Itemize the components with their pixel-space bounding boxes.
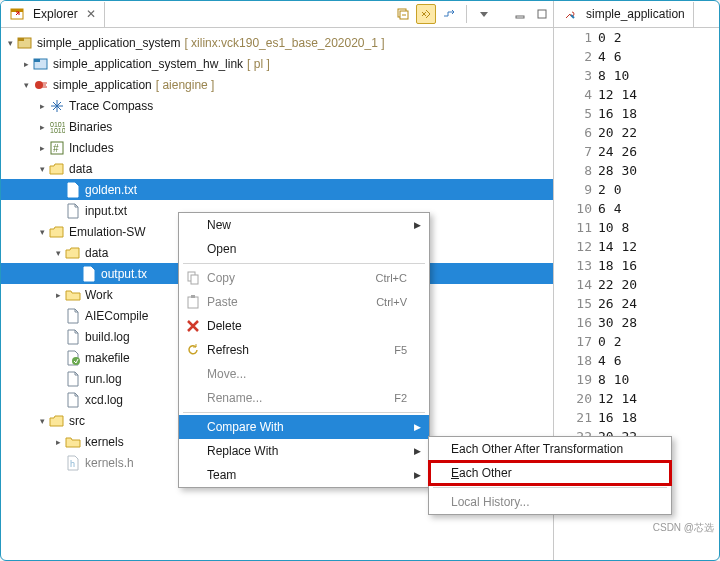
tree-item-label: simple_application_system: [37, 36, 184, 50]
ctx-item-accel: Ctrl+V: [376, 296, 411, 308]
file-icon: [65, 182, 81, 198]
editor-tabbar: simple_application: [554, 1, 719, 28]
tree-item-label: data: [69, 162, 96, 176]
tree-item-label: data: [85, 246, 112, 260]
view-menu-button[interactable]: [475, 5, 493, 23]
tree-item-label: simple_application: [53, 78, 156, 92]
twisty-icon[interactable]: ▸: [35, 122, 49, 132]
bin-icon: 01011010: [49, 119, 65, 135]
svg-rect-20: [188, 297, 198, 308]
compare-submenu: Each Other After TransformationEach Othe…: [428, 436, 672, 515]
tree-item-annotation: [ aiengine ]: [156, 78, 215, 92]
close-icon[interactable]: ✕: [86, 7, 96, 21]
ctx-new[interactable]: New▶: [179, 213, 429, 237]
twisty-icon[interactable]: ▸: [35, 101, 49, 111]
twisty-icon[interactable]: ▾: [35, 416, 49, 426]
file-golden[interactable]: golden.txt: [1, 179, 553, 200]
file-icon: [81, 266, 97, 282]
ctx-item-label: Move...: [203, 367, 411, 381]
twisty-icon[interactable]: ▾: [35, 227, 49, 237]
ctx-item-label: Copy: [203, 271, 376, 285]
explorer-tab-label: Explorer: [33, 7, 78, 21]
ctx-team[interactable]: Team▶: [179, 463, 429, 487]
project-blue-icon: [33, 56, 49, 72]
includes[interactable]: ▸#Includes: [1, 137, 553, 158]
tree-item-label: simple_application_system_hw_link: [53, 57, 247, 71]
submenu-arrow-icon: ▶: [411, 470, 423, 480]
sm-item-label: Each Other After Transformation: [451, 442, 623, 456]
ctx-paste[interactable]: PasteCtrl+V: [179, 290, 429, 314]
file-icon: [65, 371, 81, 387]
maximize-button[interactable]: [533, 5, 551, 23]
svg-text:#: #: [53, 143, 59, 154]
tree-item-label: src: [69, 414, 89, 428]
ctx-replace[interactable]: Replace With▶: [179, 439, 429, 463]
navigator-icon: [9, 6, 25, 22]
sm-local-history: Local History...: [429, 490, 671, 514]
submenu-arrow-icon: ▶: [411, 422, 423, 432]
ctx-refresh[interactable]: RefreshF5: [179, 338, 429, 362]
sm-each-other-after[interactable]: Each Other After Transformation: [429, 437, 671, 461]
watermark: CSDN @芯选: [653, 521, 714, 535]
folder-icon: [65, 434, 81, 450]
ctx-item-accel: F5: [394, 344, 411, 356]
twisty-icon[interactable]: ▸: [51, 437, 65, 447]
file-icon: [65, 392, 81, 408]
twisty-icon[interactable]: ▾: [51, 248, 65, 258]
link-editor-button[interactable]: [416, 4, 436, 24]
folder-open-icon: [65, 245, 81, 261]
project-hw-link[interactable]: ▸simple_application_system_hw_link[ pl ]: [1, 53, 553, 74]
tree-item-label: Trace Compass: [69, 99, 157, 113]
twisty-icon[interactable]: ▸: [51, 290, 65, 300]
tree-item-label: output.tx: [101, 267, 151, 281]
copy-icon: [183, 270, 203, 286]
sm-item-label: Local History...: [451, 495, 529, 509]
ctx-rename[interactable]: Rename...F2: [179, 386, 429, 410]
svg-rect-5: [516, 16, 524, 18]
binaries[interactable]: ▸01011010Binaries: [1, 116, 553, 137]
ctx-item-label: Rename...: [203, 391, 394, 405]
explorer-tab[interactable]: Explorer ✕: [1, 2, 105, 27]
twisty-icon[interactable]: ▾: [3, 38, 17, 48]
twisty-icon[interactable]: ▾: [35, 164, 49, 174]
tree-item-label: golden.txt: [85, 183, 141, 197]
hfile-icon: h: [65, 455, 81, 471]
inc-icon: #: [49, 140, 65, 156]
ctx-delete[interactable]: Delete: [179, 314, 429, 338]
twisty-icon[interactable]: ▸: [35, 143, 49, 153]
focus-task-button[interactable]: [440, 5, 458, 23]
ctx-item-label: Compare With: [203, 420, 411, 434]
ctx-item-label: Paste: [203, 295, 376, 309]
file-icon: [65, 329, 81, 345]
submenu-arrow-icon: ▶: [411, 220, 423, 230]
file-icon: [65, 308, 81, 324]
ctx-open[interactable]: Open: [179, 237, 429, 261]
tree-item-label: Work: [85, 288, 117, 302]
ctx-item-accel: Ctrl+C: [376, 272, 411, 284]
context-menu: New▶OpenCopyCtrl+CPasteCtrl+VDeleteRefre…: [178, 212, 430, 488]
folder-open-icon: [49, 413, 65, 429]
ctx-move[interactable]: Move...: [179, 362, 429, 386]
project-root[interactable]: ▾simple_application_system[ xilinx:vck19…: [1, 32, 553, 53]
collapse-all-button[interactable]: [394, 5, 412, 23]
twisty-icon[interactable]: ▸: [19, 59, 33, 69]
tree-item-label: kernels: [85, 435, 128, 449]
file-icon: [65, 203, 81, 219]
ctx-compare[interactable]: Compare With▶: [179, 415, 429, 439]
ctx-item-accel: F2: [394, 392, 411, 404]
sm-item-label: Each Other: [451, 466, 512, 480]
sm-each-other[interactable]: Each Other: [429, 461, 671, 485]
svg-rect-8: [18, 38, 24, 41]
make-icon: [65, 350, 81, 366]
trace-compass[interactable]: ▸Trace Compass: [1, 95, 553, 116]
svg-rect-6: [538, 10, 546, 18]
tree-item-label: run.log: [85, 372, 126, 386]
editor-tab[interactable]: simple_application: [554, 2, 694, 27]
svg-rect-19: [191, 275, 198, 284]
minimize-button[interactable]: [511, 5, 529, 23]
svg-text:1010: 1010: [50, 127, 65, 134]
ctx-copy[interactable]: CopyCtrl+C: [179, 266, 429, 290]
folder-data[interactable]: ▾data: [1, 158, 553, 179]
twisty-icon[interactable]: ▾: [19, 80, 33, 90]
project-aie[interactable]: ▾simple_application[ aiengine ]: [1, 74, 553, 95]
